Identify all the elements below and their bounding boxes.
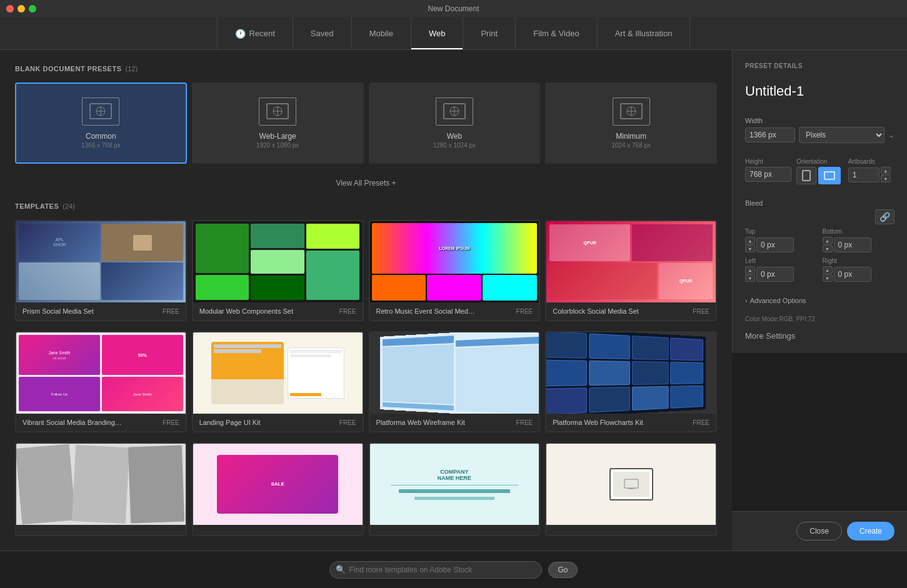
bleed-bottom-spinner[interactable]: ▲ ▼ [823,237,833,252]
bleed-right-label: Right [823,257,895,264]
template-r3c[interactable]: COMPANYNAME HERE [369,442,541,536]
link-bleed-btn[interactable]: 🔗 [875,209,894,224]
templates-count: (24) [63,202,75,210]
tab-film-label: Film & Video [533,29,579,38]
template-colorblock-name: Colorblock Social Media Set [553,307,639,315]
close-button[interactable]: Close [796,522,842,541]
preset-web-large-icon [259,97,296,126]
template-colorblock[interactable]: QPUR QPUR Colorblock Social Media Set FR… [545,220,717,321]
template-retro-thumb: LOREM IPSUM [370,221,539,302]
template-flowchart-badge: FREE [693,419,709,426]
portrait-btn[interactable] [796,167,816,184]
minimize-dot[interactable] [18,5,25,12]
create-button[interactable]: Create [847,522,894,541]
bleed-bottom-input[interactable] [834,237,871,252]
template-r3a[interactable] [15,442,187,536]
bleed-top-label: Top [745,228,818,235]
preset-common[interactable]: Common 1366 x 768 px [15,82,187,164]
close-dot[interactable] [6,5,14,12]
bleed-top: Top ▲ ▼ [745,228,818,252]
bleed-top-up[interactable]: ▲ [745,237,755,244]
artboards-up[interactable]: ▲ [881,167,891,174]
bleed-left-input[interactable] [756,267,794,282]
maximize-dot[interactable] [29,5,36,12]
template-landing-name: Landing Page UI Kit [199,419,261,426]
right-panel: PRESET DETAILS Untitled-1 Width Pixels I… [732,50,907,353]
bleed-left-spinner[interactable]: ▲ ▼ [745,266,755,282]
template-wireframe-name: Platforma Web Wireframe Kit [376,419,465,426]
width-field-group: Width Pixels Inches Centimeters ⌄ [745,117,894,149]
bleed-left-label: Left [745,257,818,264]
template-r3a-thumb [16,444,186,525]
template-modular-badge: FREE [339,308,356,315]
go-button[interactable]: Go [548,562,577,578]
search-input[interactable] [329,561,542,579]
template-flowchart-thumb [546,332,716,414]
tab-film[interactable]: Film & Video [516,17,597,49]
bleed-right-input[interactable] [834,267,871,282]
template-vibrant-badge: FREE [163,419,179,426]
bleed-right-down[interactable]: ▼ [823,274,833,282]
template-wireframe[interactable]: Platforma Web Wireframe Kit FREE [369,331,541,432]
bleed-right-up[interactable]: ▲ [823,266,833,274]
template-r3d[interactable] [545,442,717,536]
preset-web[interactable]: Web 1280 x 1024 px [369,82,541,164]
bleed-bottom-down[interactable]: ▼ [823,245,833,252]
template-prism[interactable]: APLSHOR Prism Social Medi [15,220,187,321]
template-r3b-thumb: SALE [193,444,363,525]
content-area: BLANK DOCUMENT PRESETS (12) Common 1366 … [0,50,732,551]
template-flowchart[interactable]: Platforma Web Flowcharts Kit FREE [545,331,717,432]
artboards-input[interactable] [848,167,879,182]
template-r3a-footer [16,525,186,535]
bleed-left-down[interactable]: ▼ [745,274,755,282]
template-modular[interactable]: Modular Web Components Set FREE [192,220,364,321]
height-orient-artboards: Height Orientation [745,158,894,184]
tab-mobile[interactable]: Mobile [352,17,411,49]
landscape-btn[interactable] [818,167,841,184]
tab-print[interactable]: Print [463,17,516,49]
template-r3d-thumb [546,444,716,525]
template-modular-thumb [193,221,363,302]
template-retro[interactable]: LOREM IPSUM Retro Music Event Social Med… [369,220,541,321]
preset-minimum[interactable]: Minimum 1024 x 768 px [545,82,717,164]
template-vibrant[interactable]: Jane Smith sit amet 50% Follow Us Jane S… [15,331,187,432]
tab-print-label: Print [481,29,498,38]
bleed-bottom-up[interactable]: ▲ [823,237,833,244]
bleed-top-spinner[interactable]: ▲ ▼ [745,237,755,252]
tab-saved[interactable]: Saved [293,17,352,49]
template-colorblock-badge: FREE [693,308,709,315]
more-settings[interactable]: More Settings [745,331,894,341]
document-title: Untitled-1 [745,83,894,99]
bleed-left-up[interactable]: ▲ [745,266,755,274]
tab-web[interactable]: Web [411,17,464,49]
template-landing[interactable]: Landing Page UI Kit FREE [192,331,364,432]
width-input[interactable] [745,127,795,142]
artboards-spinner[interactable]: ▲ ▼ [881,167,891,182]
template-wireframe-badge: FREE [516,419,533,426]
tab-recent[interactable]: 🕐 Recent [217,17,293,49]
artboards-label: Artboards [848,158,894,165]
orientation-label: Orientation [796,158,843,165]
tab-art[interactable]: Art & Illustration [598,17,691,49]
height-label: Height [745,158,791,165]
template-modular-name: Modular Web Components Set [199,307,293,315]
view-all-link[interactable]: View All Presets + [336,179,396,187]
bleed-top-down[interactable]: ▼ [745,245,755,252]
template-colorblock-footer: Colorblock Social Media Set FREE [546,302,716,320]
preset-minimum-icon [613,97,650,126]
bleed-right-spinner[interactable]: ▲ ▼ [823,266,833,282]
template-r3b[interactable]: SALE [192,442,364,536]
bottom-bar: 🔍 Go [0,551,907,588]
artboards-down[interactable]: ▼ [881,175,891,182]
preset-web-large[interactable]: Web-Large 1920 x 1080 px [192,82,364,164]
artboards-field: Artboards ▲ ▼ [848,158,894,184]
unit-select[interactable]: Pixels Inches Centimeters [799,127,884,143]
template-wireframe-footer: Platforma Web Wireframe Kit FREE [370,414,539,431]
template-vibrant-thumb: Jane Smith sit amet 50% Follow Us Jane S… [16,332,186,414]
orientation-field: Orientation [796,158,843,184]
height-input[interactable] [745,167,791,182]
panel-bottom-buttons: Close Create [732,511,907,551]
advanced-options[interactable]: › Advanced Options [745,297,894,304]
bleed-top-input[interactable] [756,237,794,252]
template-retro-footer: Retro Music Event Social Media ... FREE [370,302,539,320]
